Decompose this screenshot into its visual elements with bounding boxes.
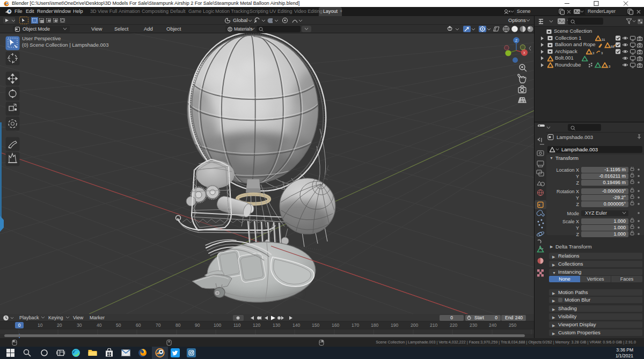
svg-text:Z: Z	[515, 39, 517, 42]
svg-text:3: 3	[609, 65, 611, 68]
svg-text:X: X	[523, 51, 526, 55]
